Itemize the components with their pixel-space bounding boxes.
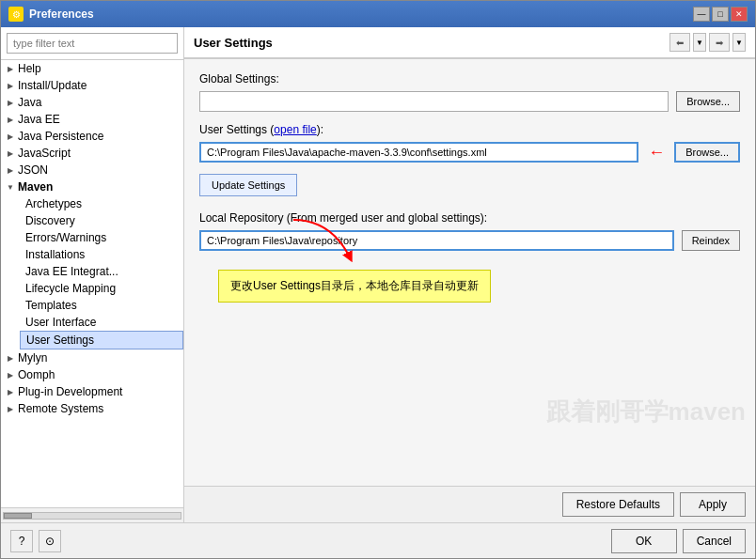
- sidebar-label-help: Help: [18, 62, 41, 75]
- tree-arrow-javaee: ▶: [5, 114, 16, 125]
- sidebar-scrollbar[interactable]: [1, 507, 183, 522]
- sidebar-item-userinterface[interactable]: User Interface: [20, 314, 183, 331]
- tree-arrow-java: ▶: [5, 97, 16, 108]
- tree-arrow-mylyn: ▶: [5, 352, 16, 364]
- sidebar-item-discovery[interactable]: Discovery: [20, 212, 183, 229]
- ok-button[interactable]: OK: [611, 529, 677, 553]
- sidebar-label-remote: Remote Systems: [18, 402, 103, 415]
- sidebar-item-archetypes[interactable]: Archetypes: [20, 195, 183, 212]
- sidebar-item-oomph[interactable]: ▶ Oomph: [1, 366, 183, 383]
- window-title: Preferences: [29, 8, 687, 21]
- tree-arrow-remote: ▶: [5, 403, 16, 414]
- back-dropdown[interactable]: ▼: [693, 33, 706, 52]
- bottom-left: ? ⊙: [10, 530, 61, 552]
- sidebar-label-installations: Installations: [25, 248, 85, 261]
- sidebar-item-javaeeint[interactable]: Java EE Integrat...: [20, 263, 183, 280]
- window-controls: — □ ✕: [693, 7, 748, 22]
- user-settings-label-end: ):: [317, 123, 323, 136]
- sidebar-label-javaee: Java EE: [18, 113, 60, 126]
- sidebar-label-errors: Errors/Warnings: [25, 231, 106, 244]
- sidebar-label-javascript: JavaScript: [18, 147, 71, 160]
- maven-children: Archetypes Discovery Errors/Warnings Ins…: [20, 195, 183, 349]
- open-file-link[interactable]: open file: [274, 123, 316, 136]
- reindex-button[interactable]: Reindex: [682, 230, 740, 251]
- sidebar-item-javapersistence[interactable]: ▶ Java Persistence: [1, 128, 183, 145]
- content-area: User Settings ⬅ ▼ ➡ ▼ Global Settings: B…: [184, 27, 755, 486]
- global-settings-row: Browse...: [199, 91, 740, 112]
- content-title: User Settings: [194, 36, 273, 50]
- sidebar-item-install[interactable]: ▶ Install/Update: [1, 77, 183, 94]
- restore-defaults-button[interactable]: Restore Defaults: [562, 492, 674, 517]
- filter-box: [1, 27, 183, 60]
- sidebar-label-json: JSON: [18, 163, 48, 177]
- nav-arrows: ⬅ ▼ ➡ ▼: [669, 33, 746, 52]
- sidebar-item-json[interactable]: ▶ JSON: [1, 162, 183, 179]
- minimize-button[interactable]: —: [693, 7, 710, 22]
- sidebar-label-mylyn: Mylyn: [18, 351, 47, 365]
- sidebar-label-usersettings: User Settings: [26, 334, 94, 347]
- sidebar-item-usersettings[interactable]: User Settings: [20, 331, 183, 349]
- user-settings-input[interactable]: [199, 142, 638, 163]
- back-button[interactable]: ⬅: [669, 33, 690, 52]
- preferences-window: ⚙ Preferences — □ ✕ ▶ Help ▶: [0, 0, 756, 559]
- forward-button[interactable]: ➡: [709, 33, 730, 52]
- sidebar-item-plugin[interactable]: ▶ Plug-in Development: [1, 383, 183, 400]
- annotation-arrow-svg: [275, 210, 387, 267]
- sidebar-label-maven: Maven: [18, 180, 53, 194]
- sidebar-item-help[interactable]: ▶ Help: [1, 60, 183, 77]
- browse-button-2[interactable]: Browse...: [674, 142, 740, 163]
- tree-arrow-json: ▶: [5, 164, 16, 176]
- annotation-text: 更改User Settings目录后，本地仓库目录自动更新: [230, 279, 479, 292]
- sidebar-item-templates[interactable]: Templates: [20, 297, 183, 314]
- sidebar-item-installations[interactable]: Installations: [20, 246, 183, 263]
- user-settings-row: ← Browse...: [199, 142, 740, 163]
- settings-icon-button[interactable]: ⊙: [39, 530, 61, 552]
- update-settings-button[interactable]: Update Settings: [199, 174, 297, 196]
- tree-container: ▶ Help ▶ Install/Update ▶ Java ▶ Java EE: [1, 60, 183, 507]
- scrollbar-thumb[interactable]: [4, 513, 32, 519]
- close-button[interactable]: ✕: [731, 7, 748, 22]
- sidebar-item-errors[interactable]: Errors/Warnings: [20, 229, 183, 246]
- scrollbar-track[interactable]: [3, 512, 181, 520]
- sidebar-label-userinterface: User Interface: [25, 316, 96, 329]
- bottom-bar: ? ⊙ OK Cancel: [1, 522, 755, 558]
- apply-button[interactable]: Apply: [680, 492, 746, 517]
- sidebar-item-java[interactable]: ▶ Java: [1, 94, 183, 111]
- sidebar-label-archetypes: Archetypes: [25, 197, 82, 210]
- sidebar-item-javascript[interactable]: ▶ JavaScript: [1, 145, 183, 162]
- user-settings-label-text: User Settings (: [199, 123, 274, 136]
- user-settings-label-row: User Settings (open file):: [199, 123, 740, 136]
- tree-arrow-install: ▶: [5, 80, 16, 91]
- arrow-indicator-1: ←: [648, 143, 665, 163]
- sidebar-label-lifecycle: Lifecycle Mapping: [25, 282, 116, 295]
- tree-arrow-help: ▶: [5, 63, 16, 74]
- tree-arrow-javapersistence: ▶: [5, 131, 16, 142]
- tree-arrow-plugin: ▶: [5, 386, 16, 397]
- sidebar-item-lifecycle[interactable]: Lifecycle Mapping: [20, 280, 183, 297]
- maximize-button[interactable]: □: [712, 7, 729, 22]
- sidebar-item-javaee[interactable]: ▶ Java EE: [1, 111, 183, 128]
- search-input[interactable]: [7, 33, 178, 54]
- help-icon-button[interactable]: ?: [10, 530, 33, 552]
- sidebar-item-mylyn[interactable]: ▶ Mylyn: [1, 349, 183, 366]
- global-settings-input[interactable]: [199, 91, 669, 112]
- content-header: User Settings ⬅ ▼ ➡ ▼: [184, 27, 755, 59]
- sidebar-item-remote[interactable]: ▶ Remote Systems: [1, 400, 183, 417]
- browse-button-1[interactable]: Browse...: [676, 91, 740, 112]
- sidebar-label-java: Java: [18, 96, 41, 109]
- restore-apply-bar: Restore Defaults Apply: [184, 486, 755, 522]
- forward-dropdown[interactable]: ▼: [732, 33, 746, 52]
- sidebar-label-templates: Templates: [25, 299, 77, 312]
- cancel-button[interactable]: Cancel: [683, 529, 746, 553]
- annotation-container: 更改User Settings目录后，本地仓库目录自动更新: [199, 262, 740, 303]
- sidebar-label-install: Install/Update: [18, 79, 87, 92]
- tree-arrow-oomph: ▶: [5, 369, 16, 380]
- global-settings-label: Global Settings:: [199, 72, 740, 85]
- tree-arrow-javascript: ▶: [5, 148, 16, 159]
- sidebar-item-maven[interactable]: ▼ Maven: [1, 179, 183, 195]
- content-wrapper: User Settings ⬅ ▼ ➡ ▼ Global Settings: B…: [184, 27, 755, 522]
- window-icon: ⚙: [8, 7, 24, 22]
- bottom-right: OK Cancel: [611, 529, 746, 553]
- local-repo-input[interactable]: [199, 230, 674, 251]
- sidebar-label-discovery: Discovery: [25, 214, 75, 227]
